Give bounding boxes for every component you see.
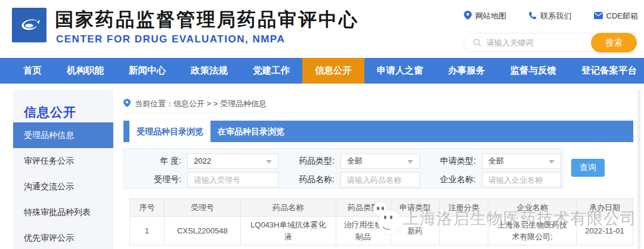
- location-pin-icon: [464, 11, 472, 21]
- search-icon: [473, 38, 482, 47]
- cell-drug-type: 治疗用生物制品: [336, 217, 391, 245]
- col-reg-class: 注册分类: [439, 199, 488, 217]
- nav-item-home[interactable]: 首页: [11, 58, 54, 84]
- year-select-value: 2022: [194, 156, 211, 165]
- year-label: 年 度:: [138, 156, 181, 167]
- contact-label: 联系我们: [540, 11, 571, 21]
- nav-item-info-disclosure[interactable]: 信息公开: [302, 58, 364, 84]
- chevron-down-icon: [407, 160, 413, 164]
- apply-type-select-value: 全部: [488, 156, 504, 165]
- filter-panel: 年 度: 2022 药品类型: 全部 申请类型: 全部 受理号: 药品名称: 企…: [123, 148, 564, 189]
- breadcrumb-pin-icon: [123, 99, 131, 109]
- tab-under-review-catalog[interactable]: 在审品种目录浏览: [210, 121, 292, 142]
- sitemap-link[interactable]: 网站地图: [464, 11, 506, 21]
- col-date: 承办日期: [577, 199, 633, 217]
- col-drug-name: 药品名称: [240, 199, 336, 217]
- site-title: 国家药品监督管理局药品审评中心: [55, 7, 359, 32]
- cell-acceptance-no: CXSL2200548: [164, 217, 240, 245]
- chevron-down-icon: [266, 160, 272, 164]
- year-select[interactable]: 2022: [187, 153, 278, 169]
- sidebar-item-communication[interactable]: 沟通交流公示: [13, 174, 113, 199]
- site-header: 国家药品监督管理局药品审评中心 CENTER FOR DRUG EVALUATI…: [0, 0, 644, 58]
- tab-accepted-catalog[interactable]: 受理品种目录浏览: [129, 121, 210, 142]
- nav-item-party[interactable]: 党建工作: [240, 58, 302, 84]
- sidebar: 信息公开 受理品种信息 审评任务公示 沟通交流公示 特殊审批品种列表 优先审评公…: [13, 90, 113, 249]
- company-name-label: 企业名称:: [433, 174, 476, 185]
- cell-drug-name: LQ043H单域抗体雾化液: [240, 217, 336, 245]
- drug-type-label: 药品类型:: [292, 156, 335, 167]
- drug-name-input[interactable]: [340, 172, 420, 187]
- filter-row-2: 受理号: 药品名称: 企业名称:: [138, 172, 563, 187]
- header-quick-links: 网站地图 联系我们 CDE邮箱: [464, 11, 638, 21]
- drug-type-select[interactable]: 全部: [340, 153, 420, 169]
- search-button[interactable]: 搜索: [591, 33, 637, 53]
- col-acceptance-no: 受理号: [164, 199, 240, 217]
- cell-reg-class: [439, 217, 488, 245]
- sidebar-item-special-approval[interactable]: 特殊审批品种列表: [13, 199, 113, 225]
- apply-type-select[interactable]: 全部: [482, 153, 561, 169]
- col-drug-type: 药品类型: [336, 199, 391, 217]
- sidebar-title: 信息公开: [13, 90, 113, 122]
- sidebar-item-review-tasks[interactable]: 审评任务公示: [13, 148, 113, 174]
- site-subtitle: CENTER FOR DRUG EVALUATION, NMPA: [56, 33, 285, 45]
- acceptance-no-label: 受理号:: [138, 174, 181, 185]
- nav-item-functions[interactable]: 机构职能: [54, 58, 116, 84]
- results-table: 序号 受理号 药品名称 药品类型 申请类型 注册分类 企业名称 承办日期 1 C…: [129, 198, 633, 245]
- cde-logo[interactable]: [12, 8, 47, 42]
- cell-date: 2022-11-01: [577, 217, 633, 245]
- main-navbar: 首页 机构职能 新闻中心 政策法规 党建工作 信息公开 申请人之窗 办事服务 监…: [0, 58, 644, 84]
- nav-item-applicant-window[interactable]: 申请人之窗: [364, 58, 436, 84]
- drug-type-select-value: 全部: [347, 156, 363, 165]
- phone-icon: [528, 11, 537, 21]
- site-search: 搜索: [463, 33, 637, 52]
- breadcrumb: 当前位置：信息公开 > > 受理品种信息: [123, 94, 633, 113]
- col-apply-type: 申请类型: [391, 199, 439, 217]
- nav-item-registration-platform[interactable]: 登记备案平台: [569, 58, 644, 84]
- nav-item-policy[interactable]: 政策法规: [178, 58, 240, 84]
- filter-row-1: 年 度: 2022 药品类型: 全部 申请类型: 全部: [138, 153, 563, 169]
- sidebar-item-priority-review[interactable]: 优先审评公示: [13, 225, 113, 249]
- nav-item-services[interactable]: 办事服务: [436, 58, 498, 84]
- apply-type-label: 申请类型:: [433, 156, 476, 167]
- drug-name-label: 药品名称:: [292, 174, 335, 185]
- nav-item-supervision[interactable]: 监督与反馈: [498, 58, 569, 84]
- vertical-scrollbar[interactable]: [637, 90, 640, 249]
- nav-item-news[interactable]: 新闻中心: [116, 58, 178, 84]
- mail-icon: [594, 12, 603, 21]
- col-seq: 序号: [130, 199, 165, 217]
- chevron-down-icon: [549, 160, 555, 164]
- acceptance-no-input[interactable]: [187, 172, 278, 187]
- cell-seq: 1: [130, 217, 165, 245]
- sitemap-label: 网站地图: [475, 11, 506, 21]
- breadcrumb-label: 当前位置：信息公开 > > 受理品种信息: [135, 99, 267, 109]
- table-header-row: 序号 受理号 药品名称 药品类型 申请类型 注册分类 企业名称 承办日期: [130, 199, 633, 217]
- mailbox-link[interactable]: CDE邮箱: [594, 11, 638, 21]
- query-button[interactable]: 查询: [571, 159, 605, 177]
- contact-link[interactable]: 联系我们: [528, 11, 571, 21]
- catalog-tabs: 受理品种目录浏览 在审品种目录浏览: [123, 121, 633, 142]
- company-name-input[interactable]: [482, 172, 561, 187]
- mailbox-label: CDE邮箱: [606, 11, 638, 21]
- search-input[interactable]: [487, 38, 576, 47]
- cell-apply-type: 新药: [391, 217, 439, 245]
- cell-company: 上海洛启生物医药技术有限公司;: [488, 217, 577, 245]
- col-company: 企业名称: [488, 199, 577, 217]
- sidebar-item-accepted-varieties[interactable]: 受理品种信息: [13, 122, 113, 148]
- fish-swirl-icon: [16, 10, 43, 40]
- table-row: 1 CXSL2200548 LQ043H单域抗体雾化液 治疗用生物制品 新药 上…: [130, 217, 633, 245]
